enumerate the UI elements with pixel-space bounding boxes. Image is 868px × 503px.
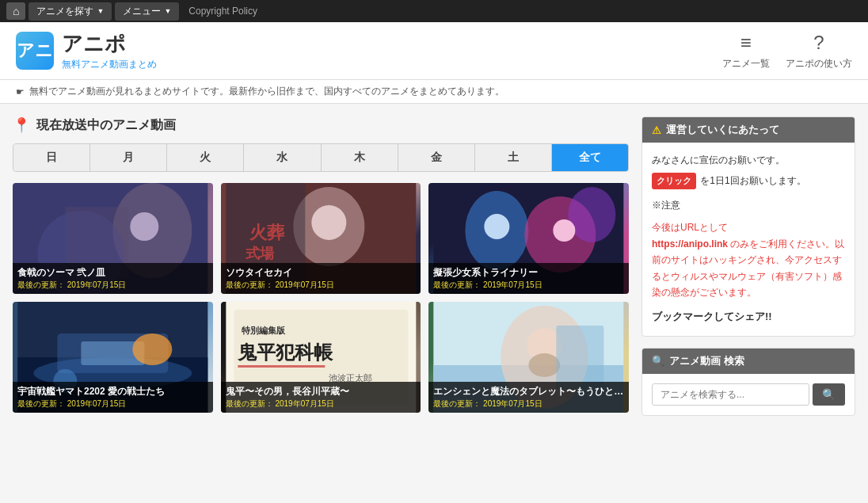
explore-label: アニメを探す bbox=[36, 5, 93, 18]
notice-header: ⚠ 運営していくにあたって bbox=[642, 117, 855, 143]
main-layout: 📍 現在放送中のアニメ動画 日 月 火 水 木 金 土 全て bbox=[0, 104, 868, 440]
warning-text1: 今後はURLとして bbox=[652, 222, 728, 233]
click-request: クリック を1日1回お願いします。 bbox=[652, 173, 845, 189]
top-nav: ⌂ アニメを探す ▼ メニュー ▼ Copyright Policy bbox=[0, 0, 868, 22]
search-header: 🔍 アニメ動画 検索 bbox=[642, 349, 855, 374]
svg-text:特別編集版: 特別編集版 bbox=[241, 326, 286, 335]
warning-url[interactable]: https://anipo.link bbox=[652, 238, 728, 250]
anime-info-4: 宇宙戦艦ヤマト2202 愛の戦士たち 最後の更新： 2019年07月15日 bbox=[13, 382, 213, 413]
svg-rect-29 bbox=[238, 365, 325, 368]
svg-text:鬼平犯科帳: 鬼平犯科帳 bbox=[237, 341, 333, 363]
search-section: 🔍 アニメ動画 検索 🔍 bbox=[641, 348, 855, 416]
section-title: 📍 現在放送中のアニメ動画 bbox=[13, 116, 629, 134]
svg-point-22 bbox=[132, 333, 172, 365]
svg-text:火葬: 火葬 bbox=[249, 223, 285, 242]
home-button[interactable]: ⌂ bbox=[6, 2, 25, 20]
notice-intro: みなさんに宣伝のお願いです。 bbox=[652, 152, 845, 168]
svg-point-3 bbox=[130, 212, 158, 241]
anime-card-2[interactable]: 火葬 式場 ソウタイセカイ 最後の更新： 2019年07月15日 bbox=[221, 183, 421, 294]
anime-card-3[interactable]: 擬張少女系トライナリー 最後の更新： 2019年07月15日 bbox=[428, 183, 629, 294]
site-header: アニ アニポ 無料アニメ動画まとめ ≡ アニメ一覧 ? アニポの使い方 bbox=[0, 22, 868, 80]
notice-header-label: 運営していくにあたって bbox=[666, 123, 779, 137]
help-icon: ? bbox=[813, 32, 824, 54]
anime-card-6[interactable]: エンシェンと魔法のタブレット〜もうひとつのひるね姫〜 最後の更新： 2019年0… bbox=[428, 302, 629, 413]
anime-date-5: 最後の更新： 2019年07月15日 bbox=[226, 398, 417, 410]
click-badge[interactable]: クリック bbox=[652, 173, 696, 189]
search-input[interactable] bbox=[652, 383, 809, 406]
warning-label: ※注意 bbox=[652, 197, 845, 213]
list-icon: ≡ bbox=[740, 32, 752, 54]
tagline: ☛ 無料でアニメ動画が見れるまとめサイトです。最新作から旧作まで、国内すべてのア… bbox=[0, 80, 868, 104]
tab-thu[interactable]: 木 bbox=[322, 144, 398, 171]
nav-how-to-use[interactable]: ? アニポの使い方 bbox=[786, 32, 852, 70]
svg-point-14 bbox=[569, 187, 616, 242]
notice-text: 今後はURLとして https://anipo.link のみをご利用ください。… bbox=[652, 219, 845, 300]
svg-point-7 bbox=[311, 205, 346, 240]
svg-text:式場: 式場 bbox=[245, 246, 275, 261]
sidebar: ⚠ 運営していくにあたって みなさんに宣伝のお願いです。 クリック を1日1回お… bbox=[641, 116, 855, 427]
search-icon: 🔍 bbox=[652, 355, 664, 367]
search-button[interactable]: 🔍 bbox=[813, 383, 845, 406]
logo[interactable]: アニ アニポ 無料アニメ動画まとめ bbox=[16, 30, 157, 71]
search-body: 🔍 bbox=[642, 374, 855, 415]
notice-body: みなさんに宣伝のお願いです。 クリック を1日1回お願いします。 ※注意 今後は… bbox=[642, 143, 855, 336]
explore-menu[interactable]: アニメを探す ▼ bbox=[29, 2, 112, 21]
svg-point-34 bbox=[529, 353, 561, 377]
logo-title: アニポ bbox=[62, 30, 157, 58]
anime-card-5[interactable]: 特別編集版 鬼平犯科帳 池波正太郎 鬼平〜その男，長谷川平蔵〜 最後の更新： 2… bbox=[221, 302, 421, 413]
header-nav: ≡ アニメ一覧 ? アニポの使い方 bbox=[722, 32, 852, 70]
anime-info-3: 擬張少女系トライナリー 最後の更新： 2019年07月15日 bbox=[428, 263, 629, 294]
anime-title-1: 食戟のソーマ 弐ノ皿 bbox=[17, 266, 208, 280]
day-tabs: 日 月 火 水 木 金 土 全て bbox=[13, 143, 629, 172]
content-area: 📍 現在放送中のアニメ動画 日 月 火 水 木 金 土 全て bbox=[13, 116, 629, 427]
svg-rect-35 bbox=[557, 326, 604, 389]
anime-grid: 食戟のソーマ 弐ノ皿 最後の更新： 2019年07月15日 火葬 式場 bbox=[13, 183, 629, 413]
notice-section: ⚠ 運営していくにあたって みなさんに宣伝のお願いです。 クリック を1日1回お… bbox=[641, 116, 855, 337]
logo-subtitle: 無料アニメ動画まとめ bbox=[62, 58, 157, 71]
section-heading: 現在放送中のアニメ動画 bbox=[36, 117, 176, 134]
anime-card-4[interactable]: 宇宙戦艦ヤマト2202 愛の戦士たち 最後の更新： 2019年07月15日 bbox=[13, 302, 213, 413]
anime-card-1[interactable]: 食戟のソーマ 弐ノ皿 最後の更新： 2019年07月15日 bbox=[13, 183, 213, 294]
tab-tue[interactable]: 火 bbox=[167, 144, 244, 171]
anime-date-6: 最後の更新： 2019年07月15日 bbox=[433, 398, 624, 410]
tab-fri[interactable]: 金 bbox=[398, 144, 475, 171]
svg-point-15 bbox=[485, 214, 510, 239]
search-header-label: アニメ動画 検索 bbox=[669, 354, 744, 368]
tab-wed[interactable]: 水 bbox=[244, 144, 321, 171]
bookmark-text: ブックマークしてシェア!! bbox=[652, 308, 845, 326]
anime-title-3: 擬張少女系トライナリー bbox=[433, 266, 624, 280]
click-suffix: を1日1回お願いします。 bbox=[700, 175, 805, 186]
anime-info-1: 食戟のソーマ 弐ノ皿 最後の更新： 2019年07月15日 bbox=[13, 263, 213, 294]
menu-arrow-icon: ▼ bbox=[164, 7, 171, 15]
section-pin-icon: 📍 bbox=[13, 116, 30, 134]
tagline-text: 無料でアニメ動画が見れるまとめサイトです。最新作から旧作まで、国内すべてのアニメ… bbox=[29, 85, 504, 98]
nav-help-label: アニポの使い方 bbox=[786, 57, 852, 70]
menu-label: メニュー bbox=[123, 5, 161, 18]
anime-info-2: ソウタイセカイ 最後の更新： 2019年07月15日 bbox=[221, 263, 421, 294]
anime-info-6: エンシェンと魔法のタブレット〜もうひとつのひるね姫〜 最後の更新： 2019年0… bbox=[428, 382, 629, 413]
tab-sun[interactable]: 日 bbox=[13, 144, 90, 171]
explore-arrow-icon: ▼ bbox=[97, 7, 104, 15]
menu-button[interactable]: メニュー ▼ bbox=[115, 2, 179, 21]
anime-date-2: 最後の更新： 2019年07月15日 bbox=[226, 280, 417, 291]
anime-title-4: 宇宙戦艦ヤマト2202 愛の戦士たち bbox=[17, 385, 208, 398]
nav-list-label: アニメ一覧 bbox=[722, 57, 770, 70]
nav-anime-list[interactable]: ≡ アニメ一覧 bbox=[722, 32, 770, 70]
anime-date-1: 最後の更新： 2019年07月15日 bbox=[17, 280, 208, 291]
svg-point-16 bbox=[554, 219, 576, 242]
anime-info-5: 鬼平〜その男，長谷川平蔵〜 最後の更新： 2019年07月15日 bbox=[221, 382, 421, 413]
policy-link[interactable]: Copyright Policy bbox=[188, 6, 257, 17]
pin-icon: ☛ bbox=[16, 86, 25, 97]
anime-date-4: 最後の更新： 2019年07月15日 bbox=[17, 398, 208, 410]
anime-title-6: エンシェンと魔法のタブレット〜もうひとつのひるね姫〜 bbox=[433, 385, 624, 398]
tab-all[interactable]: 全て bbox=[552, 144, 628, 171]
anime-date-3: 最後の更新： 2019年07月15日 bbox=[433, 280, 624, 291]
tab-mon[interactable]: 月 bbox=[90, 144, 167, 171]
anime-title-2: ソウタイセカイ bbox=[226, 266, 417, 280]
tab-sat[interactable]: 土 bbox=[475, 144, 552, 171]
logo-icon: アニ bbox=[16, 32, 54, 70]
warning-icon: ⚠ bbox=[652, 124, 661, 136]
logo-text-block: アニポ 無料アニメ動画まとめ bbox=[62, 30, 157, 71]
anime-title-5: 鬼平〜その男，長谷川平蔵〜 bbox=[226, 385, 417, 398]
